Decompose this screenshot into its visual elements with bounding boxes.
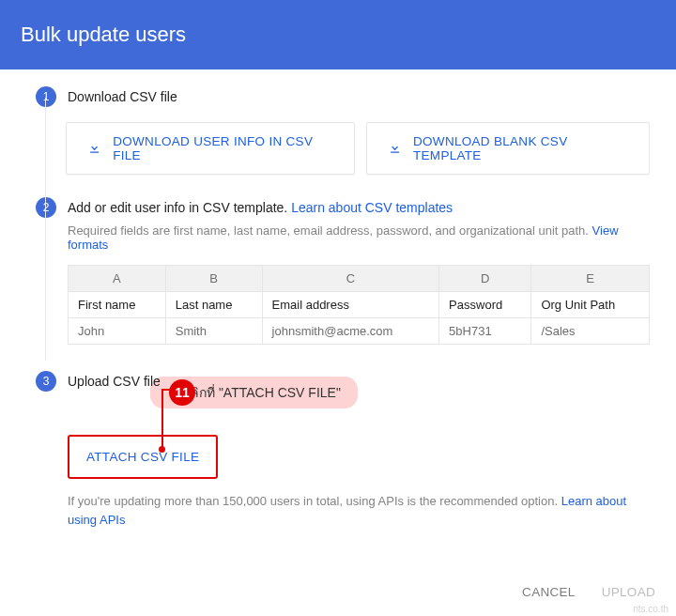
upload-button[interactable]: UPLOAD <box>602 585 655 599</box>
csv-example-table: A B C D E First name Last name Email add… <box>68 265 650 345</box>
watermark: nts.co.th <box>633 604 668 614</box>
table-header-row: First name Last name Email address Passw… <box>69 292 650 318</box>
step-2-number: 2 <box>36 197 56 218</box>
step-3-content: คลิกที่ "ATTACH CSV FILE" 11 ATTACH CSV … <box>36 435 650 529</box>
step-1-number: 1 <box>36 86 56 107</box>
col-header: Email address <box>262 292 439 318</box>
step-1: 1 Download CSV file DOWNLOAD USER INFO I… <box>36 86 650 175</box>
annotation-dot <box>159 446 165 453</box>
col-letter: C <box>262 266 439 292</box>
table-letters-row: A B C D E <box>69 266 650 292</box>
learn-csv-templates-link[interactable]: Learn about CSV templates <box>291 200 453 215</box>
dialog-header: Bulk update users <box>0 0 676 69</box>
api-note-text: If you're updating more than 150,000 use… <box>68 494 561 508</box>
step-1-title: Download CSV file <box>68 86 650 107</box>
step-2: 2 Add or edit user info in CSV template.… <box>36 197 650 345</box>
cancel-button[interactable]: CANCEL <box>522 585 576 599</box>
annotation-line <box>161 389 163 449</box>
cell: Smith <box>165 318 262 345</box>
col-letter: B <box>165 266 262 292</box>
col-letter: A <box>69 266 166 292</box>
cell: johnsmith@acme.com <box>262 318 439 345</box>
download-blank-template-label: DOWNLOAD BLANK CSV TEMPLATE <box>413 134 628 162</box>
col-letter: D <box>439 266 531 292</box>
cell: /Sales <box>531 318 650 345</box>
annotation-callout: คลิกที่ "ATTACH CSV FILE" 11 <box>169 377 358 408</box>
download-blank-template-button[interactable]: DOWNLOAD BLANK CSV TEMPLATE <box>366 122 650 175</box>
col-letter: E <box>531 266 650 292</box>
col-header: Org Unit Path <box>531 292 650 318</box>
col-header: Last name <box>165 292 262 318</box>
cell: John <box>69 318 166 345</box>
attach-csv-button[interactable]: ATTACH CSV FILE <box>68 435 218 479</box>
download-user-info-button[interactable]: DOWNLOAD USER INFO IN CSV FILE <box>66 122 355 175</box>
download-icon <box>388 141 402 155</box>
col-header: First name <box>69 292 166 318</box>
step-connector <box>45 98 46 361</box>
step-2-subtext: Required fields are first name, last nam… <box>68 223 650 252</box>
download-user-info-label: DOWNLOAD USER INFO IN CSV FILE <box>113 134 333 162</box>
step-2-title-text: Add or edit user info in CSV template. <box>68 200 291 215</box>
required-fields-text: Required fields are first name, last nam… <box>68 223 592 238</box>
col-header: Password <box>439 292 531 318</box>
cell: 5bH731 <box>439 318 531 345</box>
annotation-number: 11 <box>169 379 195 406</box>
step-2-title: Add or edit user info in CSV template. L… <box>68 197 650 218</box>
dialog-footer: CANCEL UPLOAD <box>522 585 655 599</box>
dialog-title: Bulk update users <box>21 23 655 47</box>
table-row: John Smith johnsmith@acme.com 5bH731 /Sa… <box>69 318 650 345</box>
download-icon <box>87 141 101 155</box>
api-recommendation: If you're updating more than 150,000 use… <box>68 492 650 529</box>
step-3-title: Upload CSV file <box>68 371 650 392</box>
step-3-number: 3 <box>36 371 56 392</box>
